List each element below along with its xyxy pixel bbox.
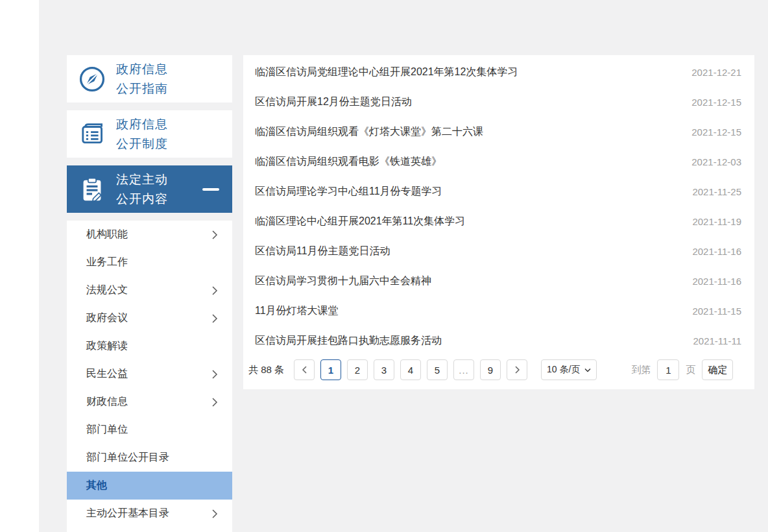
article-title[interactable]: 临淄区信访局党组理论中心组开展2021年第12次集体学习 bbox=[255, 66, 518, 79]
sidebar-submenu: 机构职能 业务工作 法规公文 政府会议 政策解读 民生公益 财政信息 部门单位 bbox=[67, 221, 232, 532]
article-list-panel: 临淄区信访局党组理论中心组开展2021年第12次集体学习 2021-12-21 … bbox=[243, 55, 754, 389]
article-date: 2021-12-03 bbox=[691, 156, 741, 167]
compass-icon bbox=[77, 64, 107, 94]
submenu-label: 法规公文 bbox=[86, 284, 128, 297]
page-button-3[interactable]: 3 bbox=[374, 359, 394, 380]
page-ellipsis-button[interactable]: ... bbox=[453, 359, 474, 380]
article-date: 2021-11-15 bbox=[692, 306, 741, 317]
list-item[interactable]: 临淄区信访局组织观看《灯塔大课堂》第二十六课 2021-12-15 bbox=[243, 117, 754, 147]
clipboard-pen-icon bbox=[77, 175, 107, 204]
chevron-down-icon bbox=[584, 368, 591, 372]
collapse-minus-icon[interactable] bbox=[202, 188, 219, 191]
list-item[interactable]: 区信访局开展挂包路口执勤志愿服务活动 2021-11-11 bbox=[243, 326, 754, 356]
sidebar-item-policy-interpretation[interactable]: 政策解读 bbox=[67, 332, 232, 360]
article-date: 2021-12-15 bbox=[691, 127, 741, 138]
submenu-label: 民生公益 bbox=[86, 367, 128, 381]
list-item[interactable]: 区信访局理论学习中心组11月份专题学习 2021-11-25 bbox=[243, 176, 754, 206]
submenu-label: 政府会议 bbox=[86, 311, 128, 325]
submenu-label: 政策解读 bbox=[86, 339, 128, 353]
goto-page-input[interactable] bbox=[657, 359, 679, 380]
list-item[interactable]: 区信访局开展12月份主题党日活动 2021-12-15 bbox=[243, 87, 754, 117]
sidebar-item-other[interactable]: 其他 bbox=[67, 472, 232, 500]
article-date: 2021-11-16 bbox=[692, 246, 741, 257]
submenu-label: 其他 bbox=[86, 479, 107, 492]
sidebar-item-departments[interactable]: 部门单位 bbox=[67, 416, 232, 444]
submenu-label: 部门单位公开目录 bbox=[86, 451, 169, 465]
article-title[interactable]: 临淄区信访局组织观看电影《铁道英雄》 bbox=[255, 155, 442, 169]
page-button-2[interactable]: 2 bbox=[347, 359, 368, 380]
article-date: 2021-11-16 bbox=[692, 276, 741, 287]
sidebar-item-public-welfare[interactable]: 民生公益 bbox=[67, 360, 232, 388]
sidebar-item-label: 政府信息 公开指南 bbox=[116, 60, 168, 98]
page-size-label: 10 条/页 bbox=[547, 364, 580, 376]
sidebar-item-proactive-disclosure-catalog[interactable]: 主动公开基本目录 bbox=[67, 500, 232, 527]
article-date: 2021-12-21 bbox=[691, 67, 741, 78]
article-title[interactable]: 区信访局开展挂包路口执勤志愿服务活动 bbox=[255, 334, 442, 348]
pagination-bar: 共 88 条 1 2 3 4 5 ... 9 10 条/页 到第 页 确定 bbox=[243, 356, 754, 389]
chevron-right-icon bbox=[211, 313, 218, 324]
next-page-button[interactable] bbox=[507, 359, 527, 380]
article-title[interactable]: 区信访局学习贯彻十九届六中全会精神 bbox=[255, 274, 431, 288]
chevron-right-icon bbox=[211, 230, 218, 240]
chevron-right-icon bbox=[211, 285, 218, 296]
goto-page-group: 到第 页 确定 bbox=[631, 359, 733, 380]
sidebar: 政府信息 公开指南 政府信息 公开制度 法定主动 bbox=[67, 55, 232, 532]
submenu-label: 部门单位 bbox=[86, 423, 128, 437]
chevron-left-icon bbox=[302, 365, 307, 374]
list-item[interactable]: 临淄区理论中心组开展2021年第11次集体学习 2021-11-19 bbox=[243, 206, 754, 236]
page-button-9[interactable]: 9 bbox=[480, 359, 501, 380]
article-date: 2021-12-15 bbox=[691, 97, 741, 108]
sidebar-item-statutory-disclosure[interactable]: 法定主动 公开内容 bbox=[67, 165, 232, 213]
sidebar-item-business-work[interactable]: 业务工作 bbox=[67, 248, 232, 276]
sidebar-item-disclosure-guarantee-mechanism[interactable]: 政务公开保障机制 bbox=[67, 527, 232, 532]
submenu-label: 机构职能 bbox=[86, 228, 128, 241]
sidebar-item-government-meetings[interactable]: 政府会议 bbox=[67, 304, 232, 332]
goto-prefix-label: 到第 bbox=[631, 364, 651, 376]
chevron-right-icon bbox=[211, 369, 218, 380]
article-date: 2021-11-19 bbox=[692, 216, 741, 227]
sidebar-item-label: 法定主动 公开内容 bbox=[116, 170, 168, 208]
prev-page-button[interactable] bbox=[294, 359, 315, 380]
sidebar-item-department-disclosure-catalog[interactable]: 部门单位公开目录 bbox=[67, 444, 232, 472]
chevron-right-icon bbox=[514, 365, 520, 374]
total-count-label: 共 88 条 bbox=[248, 364, 284, 376]
article-title[interactable]: 区信访局开展12月份主题党日活动 bbox=[255, 95, 412, 109]
sidebar-item-disclosure-guide[interactable]: 政府信息 公开指南 bbox=[67, 55, 232, 103]
goto-suffix-label: 页 bbox=[686, 364, 695, 376]
article-title[interactable]: 区信访局理论学习中心组11月份专题学习 bbox=[255, 185, 442, 199]
submenu-label: 财政信息 bbox=[86, 395, 128, 409]
list-item[interactable]: 区信访局学习贯彻十九届六中全会精神 2021-11-16 bbox=[243, 266, 754, 296]
sidebar-item-fiscal-information[interactable]: 财政信息 bbox=[67, 388, 232, 416]
page-size-select[interactable]: 10 条/页 bbox=[541, 359, 597, 380]
article-title[interactable]: 区信访局11月份主题党日活动 bbox=[255, 245, 390, 258]
chevron-right-icon bbox=[211, 509, 218, 519]
sidebar-item-disclosure-system[interactable]: 政府信息 公开制度 bbox=[67, 110, 232, 158]
list-item[interactable]: 11月份灯塔大课堂 2021-11-15 bbox=[243, 296, 754, 326]
article-title[interactable]: 临淄区信访局组织观看《灯塔大课堂》第二十六课 bbox=[255, 125, 483, 139]
book-icon bbox=[77, 119, 107, 149]
page-button-1[interactable]: 1 bbox=[320, 359, 341, 380]
page-button-4[interactable]: 4 bbox=[400, 359, 421, 380]
list-item[interactable]: 区信访局11月份主题党日活动 2021-11-16 bbox=[243, 236, 754, 266]
article-date: 2021-11-25 bbox=[692, 186, 741, 197]
submenu-label: 业务工作 bbox=[86, 256, 128, 269]
list-item[interactable]: 临淄区信访局党组理论中心组开展2021年第12次集体学习 2021-12-21 bbox=[243, 57, 754, 87]
submenu-label: 主动公开基本目录 bbox=[86, 507, 169, 520]
article-date: 2021-11-11 bbox=[693, 335, 741, 346]
sidebar-item-label: 政府信息 公开制度 bbox=[116, 115, 168, 153]
confirm-button[interactable]: 确定 bbox=[702, 359, 733, 380]
page-left-margin bbox=[0, 0, 39, 532]
page-button-5[interactable]: 5 bbox=[427, 359, 448, 380]
chevron-right-icon bbox=[211, 397, 218, 407]
article-title[interactable]: 临淄区理论中心组开展2021年第11次集体学习 bbox=[255, 215, 465, 228]
article-title[interactable]: 11月份灯塔大课堂 bbox=[255, 304, 339, 318]
sidebar-item-regulations-documents[interactable]: 法规公文 bbox=[67, 276, 232, 304]
sidebar-item-organization-functions[interactable]: 机构职能 bbox=[67, 221, 232, 248]
list-item[interactable]: 临淄区信访局组织观看电影《铁道英雄》 2021-12-03 bbox=[243, 147, 754, 176]
